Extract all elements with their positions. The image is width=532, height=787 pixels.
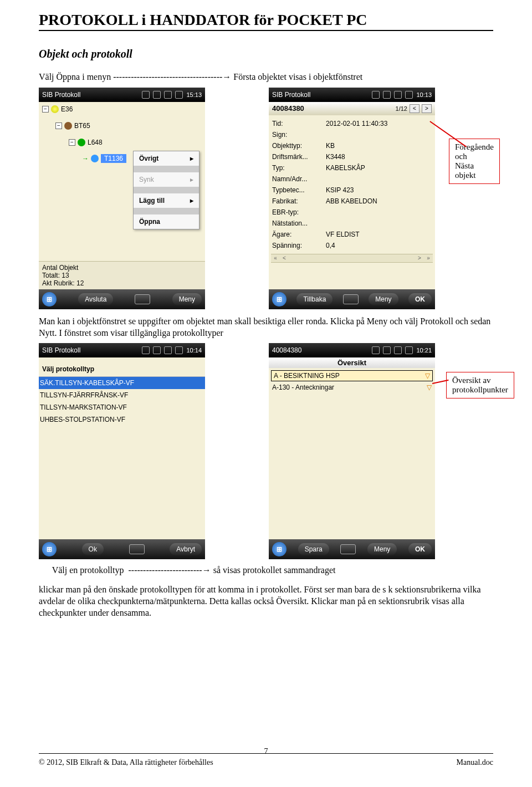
para-4: klickar man på den önskade protokolltype… (39, 584, 493, 619)
keyboard-icon[interactable] (343, 294, 359, 304)
clock: 10:13 (416, 91, 432, 98)
details-table: Tid:2012-02-01 11:40:33 Sign: Objekttyp:… (271, 117, 392, 252)
title-rule (39, 30, 493, 31)
choose-type-heading: Välj protokolltyp (39, 357, 205, 376)
para-1-pre: Välj Öppna i menyn ---------------------… (39, 72, 222, 81)
overview-panel: A - BESIKTNING HSP ▽ A-130 - Anteckninga… (269, 368, 435, 539)
wifi-icon (383, 91, 391, 99)
windows-icon[interactable]: ⊞ (42, 542, 57, 556)
protocol-type-item[interactable]: UHBES-STOLPSTATION-VF (39, 413, 205, 426)
status-bar: SIB Protokoll 10:13 (269, 88, 435, 102)
tree-root[interactable]: E36 (61, 105, 73, 113)
details-panel: Tid:2012-02-01 11:40:33 Sign: Objekttyp:… (269, 115, 435, 289)
tree-node[interactable]: L648 (88, 139, 103, 146)
status-line: Totalt: 13 (42, 272, 202, 279)
wifi-icon (383, 346, 391, 354)
para-3: Välj en protokolltyp -------------------… (39, 565, 493, 576)
status-bar: SIB Protokoll 15:13 (39, 88, 205, 102)
screenshot-protocol-types: SIB Protokoll 10:14 Välj protokolltyp SÄ… (39, 343, 205, 559)
arrow-icon: → (202, 565, 211, 575)
para-3-pre: Välj en protokolltyp -------------------… (39, 565, 202, 575)
meny-button[interactable]: Meny (172, 293, 202, 305)
protocol-type-item[interactable]: SÄK.TILLSYN-KABELSKÅP-VF (39, 377, 205, 389)
page-footer: © 2012, SIB Elkraft & Data, Alla rättigh… (39, 758, 493, 767)
status-line: Akt Rubrik: 12 (42, 279, 202, 287)
page-title: PROTOKOLL i HANDDATOR för POCKET PC (39, 11, 493, 29)
tree-node-selected[interactable]: T1136 (101, 154, 126, 163)
footer-filename: Manual.doc (457, 758, 493, 767)
clock: 15:13 (186, 91, 202, 98)
funnel-icon[interactable]: ▽ (425, 372, 430, 380)
next-button[interactable]: > (422, 104, 432, 113)
meny-button[interactable]: Meny (367, 543, 397, 555)
protocol-type-panel: Välj protokolltyp SÄK.TILLSYN-KABELSKÅP-… (39, 357, 205, 539)
callout-line (430, 121, 467, 147)
meny-button[interactable]: Meny (369, 293, 398, 305)
node-icon (64, 122, 72, 130)
scrollbar[interactable]: «<>» (271, 254, 433, 263)
object-id-bar: 40084380 1/12 < > (269, 102, 435, 115)
protocol-type-item[interactable]: TILLSYN-MARKSTATION-VF (39, 401, 205, 413)
volume-icon (164, 91, 172, 99)
menu-item-lagg-till[interactable]: Lägg till▸ (134, 193, 199, 208)
windows-icon[interactable]: ⊞ (272, 542, 287, 556)
callout-overview: Översikt av protokollpunkter (446, 372, 514, 398)
keyboard-icon[interactable] (129, 544, 145, 554)
app-title: SIB Protokoll (272, 91, 310, 99)
chevron-right-icon: ▸ (190, 155, 193, 162)
volume-icon (394, 91, 402, 99)
ok-button[interactable]: OK (408, 543, 432, 555)
wifi-icon (153, 91, 161, 99)
avsluta-button[interactable]: Avsluta (78, 293, 113, 305)
footer-page-number: 7 (264, 747, 268, 756)
keyboard-icon[interactable] (340, 544, 356, 554)
windows-icon[interactable]: ⊞ (272, 292, 287, 306)
footer-copyright: © 2012, SIB Elkraft & Data, Alla rättigh… (39, 758, 213, 767)
pager: 1/12 < > (396, 104, 432, 113)
para-1: Välj Öppna i menyn ---------------------… (39, 71, 493, 83)
chevron-right-icon: ▸ (190, 176, 193, 183)
clock: 10:21 (416, 347, 432, 354)
battery-icon (175, 91, 183, 99)
section-label: A-130 - Anteckningar (272, 384, 334, 391)
para-2: Man kan i objektfönstret se uppgifter om… (39, 316, 493, 339)
bottom-bar: ⊞ Ok Avbryt (39, 539, 205, 559)
node-icon (78, 139, 85, 146)
ok-button[interactable]: Ok (82, 543, 104, 555)
battery-icon (175, 346, 183, 354)
callout-text: Nästa objekt (455, 161, 494, 180)
bottom-bar: ⊞ Spara Meny OK (269, 539, 435, 559)
keyboard-icon[interactable] (135, 294, 150, 304)
section-row[interactable]: A-130 - Anteckningar ▽ (270, 382, 434, 392)
chevron-right-icon: ▸ (190, 197, 193, 205)
menu-item-ovrigt[interactable]: Övrigt▸ (134, 151, 199, 166)
prev-button[interactable]: < (410, 104, 420, 113)
volume-icon (394, 346, 402, 354)
spara-button[interactable]: Spara (298, 543, 329, 555)
context-menu: Övrigt▸ Synk▸ Lägg till▸ Öppna (133, 151, 200, 229)
collapse-icon[interactable]: − (42, 106, 49, 113)
object-id: 40084380 (272, 104, 304, 113)
screenshot-object-details: SIB Protokoll 10:13 40084380 1/12 < > Ti… (269, 88, 435, 309)
collapse-icon[interactable]: − (69, 139, 75, 146)
tillbaka-button[interactable]: Tillbaka (296, 293, 332, 305)
app-title: SIB Protokoll (42, 346, 80, 354)
signal-icon (142, 91, 150, 99)
avbryt-button[interactable]: Avbryt (170, 543, 202, 555)
tree-node[interactable]: BT65 (74, 122, 90, 130)
collapse-icon[interactable]: − (55, 122, 62, 129)
arrow-icon: → (222, 72, 231, 81)
tree-panel: − E36 − BT65 − L648 → T1136 Övrigt▸ (39, 102, 205, 289)
ok-button[interactable]: OK (408, 293, 432, 305)
volume-icon (164, 346, 172, 354)
node-icon (91, 155, 99, 162)
overview-title: Översikt (269, 357, 435, 368)
funnel-icon[interactable]: ▽ (427, 384, 432, 391)
section-row[interactable]: A - BESIKTNING HSP ▽ (271, 370, 433, 381)
app-title: 40084380 (272, 346, 301, 354)
status-bar: 40084380 10:21 (269, 343, 435, 357)
node-icon (51, 105, 59, 113)
menu-item-oppna[interactable]: Öppna (134, 214, 199, 229)
protocol-type-item[interactable]: TILLSYN-FJÄRRFRÅNSK-VF (39, 389, 205, 401)
windows-icon[interactable]: ⊞ (42, 292, 57, 306)
